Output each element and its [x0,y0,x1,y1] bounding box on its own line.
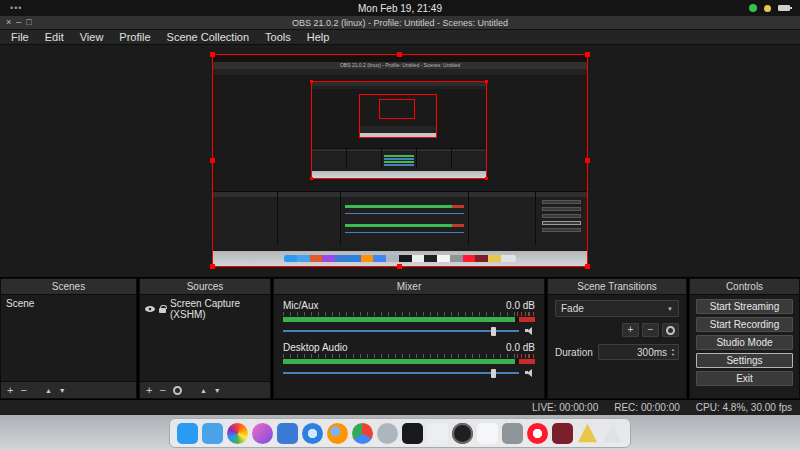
finder-icon[interactable] [177,423,198,444]
status-yellow-icon[interactable] [764,5,771,12]
audio-level-meter [283,359,535,364]
capture-handle[interactable] [397,264,402,269]
document-icon[interactable] [477,423,498,444]
window-maximize-icon[interactable]: □ [26,18,31,27]
folders-icon[interactable] [202,423,223,444]
window-close-icon[interactable]: × [6,18,11,27]
mail-icon[interactable] [277,423,298,444]
safari-icon[interactable] [302,423,323,444]
capture-handle [310,80,313,83]
music-icon[interactable] [252,423,273,444]
source-list-item[interactable]: Screen Capture (XSHM) [140,295,270,323]
recursive-capture-level-4 [379,99,415,119]
recursive-capture-level-3 [359,94,437,138]
duration-input[interactable]: 300ms ▲ ▼ [598,344,679,360]
duration-label: Duration [555,347,593,358]
transition-select[interactable]: Fade ▼ [555,300,679,317]
mini-panels-row [213,191,587,245]
installer2-icon[interactable] [602,423,623,444]
move-scene-up-button[interactable]: ▲ [45,385,52,396]
obs-statusbar: LIVE: 00:00:00 REC: 00:00:00 CPU: 4.8%, … [0,399,800,415]
obs-titlebar[interactable]: × – □ OBS 21.0.2 (linux) - Profile: Unti… [0,16,800,30]
mini-preview-canvas [213,75,587,191]
capture-handle[interactable] [585,264,590,269]
capture-handle[interactable] [210,264,215,269]
capture-handle[interactable] [585,158,590,163]
volume-slider-knob[interactable] [491,369,496,378]
db-scale-ticks [283,312,535,316]
screen-capture-source[interactable]: OBS 21.0.2 (linux) - Profile: Untitled -… [212,54,588,267]
photos-icon[interactable] [227,423,248,444]
menu-help[interactable]: Help [300,30,337,44]
recursive-capture-level-2 [311,81,487,179]
terminal-icon[interactable] [402,423,423,444]
sources-list[interactable]: Screen Capture (XSHM) [140,295,270,381]
notes-icon[interactable] [427,423,448,444]
preview-canvas[interactable]: OBS 21.0.2 (linux) - Profile: Untitled -… [0,45,800,277]
mini-screen-l2 [312,82,486,178]
firefox-icon[interactable] [327,423,348,444]
battery-icon[interactable] [778,5,790,11]
transitions-body: Fade ▼ + − Duration 300ms ▲ ▼ [548,295,686,398]
spin-up-icon[interactable]: ▲ [671,348,675,352]
controls-panel: Controls Start Streaming Start Recording… [689,278,800,399]
capture-handle[interactable] [585,52,590,57]
volume-slider[interactable] [283,372,519,374]
scene-name: Scene [6,298,34,309]
app-gray-icon[interactable] [377,423,398,444]
exit-button[interactable]: Exit [696,371,793,386]
visibility-icon[interactable] [145,306,155,312]
move-source-up-button[interactable]: ▲ [200,385,207,396]
menu-view[interactable]: View [73,30,111,44]
move-source-down-button[interactable]: ▼ [214,385,221,396]
capture-handle[interactable] [210,158,215,163]
obs-menubar: File Edit View Profile Scene Collection … [0,30,800,45]
menu-edit[interactable]: Edit [38,30,71,44]
sources-toolbar: + − ▲ ▼ [140,381,270,398]
app-maroon-icon[interactable] [552,423,573,444]
remove-source-button[interactable]: − [159,385,165,396]
remove-transition-button[interactable]: − [642,323,659,337]
spin-down-icon[interactable]: ▼ [671,353,675,357]
system-settings-icon[interactable] [502,423,523,444]
mixer-panel: Mixer Mic/Aux 0.0 dB [273,278,545,399]
menu-profile[interactable]: Profile [112,30,157,44]
capture-handle[interactable] [397,52,402,57]
scene-transitions-panel: Scene Transitions Fade ▼ + − Duration 30… [547,278,687,399]
start-streaming-button[interactable]: Start Streaming [696,299,793,314]
system-clock[interactable]: Mon Feb 19, 21:49 [0,3,800,14]
settings-button[interactable]: Settings [696,353,793,368]
gear-icon [666,326,675,335]
volume-slider[interactable] [283,330,519,332]
menu-tools[interactable]: Tools [258,30,298,44]
menu-scene-collection[interactable]: Scene Collection [160,30,257,44]
opera-icon[interactable] [527,423,548,444]
menu-file[interactable]: File [4,30,36,44]
scene-list-item[interactable]: Scene [1,295,136,312]
add-transition-button[interactable]: + [622,323,639,337]
remove-scene-button[interactable]: − [20,385,26,396]
start-recording-button[interactable]: Start Recording [696,317,793,332]
mute-speaker-icon[interactable] [525,326,535,335]
window-minimize-icon[interactable]: – [16,18,21,27]
volume-slider-knob[interactable] [491,327,496,336]
scenes-panel: Scenes Scene + − ▲ ▼ [0,278,137,399]
chevron-down-icon: ▼ [667,306,673,312]
obs-icon[interactable] [452,423,473,444]
capture-handle[interactable] [210,52,215,57]
capture-handle [310,177,313,180]
add-scene-button[interactable]: + [7,385,13,396]
move-scene-down-button[interactable]: ▼ [59,385,66,396]
transition-properties-button[interactable] [662,323,679,337]
source-properties-gear-icon[interactable] [173,386,182,395]
live-time-status: LIVE: 00:00:00 [532,402,598,413]
mixer-channel-desktop: Desktop Audio 0.0 dB [283,342,535,377]
status-green-icon[interactable] [749,4,757,12]
mute-speaker-icon[interactable] [525,368,535,377]
add-source-button[interactable]: + [146,385,152,396]
studio-mode-button[interactable]: Studio Mode [696,335,793,350]
chrome-icon[interactable] [352,423,373,444]
scenes-list[interactable]: Scene [1,295,136,381]
installer-icon[interactable] [577,423,598,444]
lock-icon[interactable] [159,308,166,313]
